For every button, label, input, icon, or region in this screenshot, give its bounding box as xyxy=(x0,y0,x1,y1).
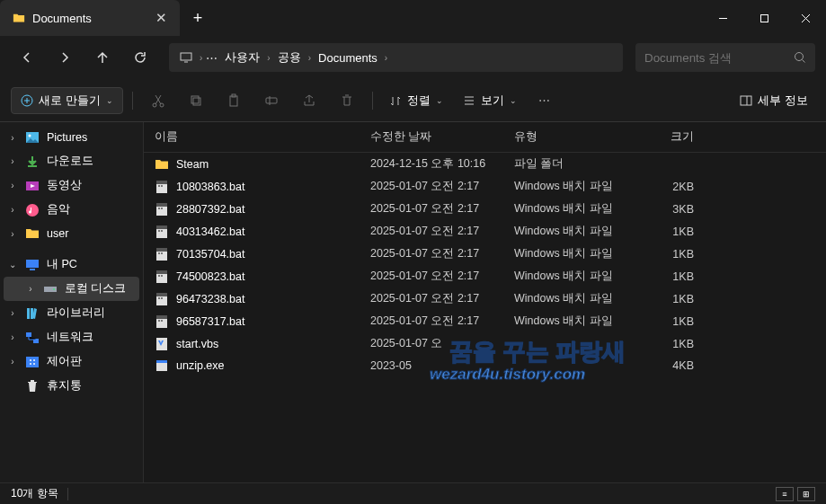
sidebar-item-label: user xyxy=(47,227,68,240)
twisty-icon[interactable]: › xyxy=(7,229,18,239)
twisty-icon[interactable]: › xyxy=(7,181,18,190)
sidebar-item-label: 음악 xyxy=(47,202,70,217)
file-row[interactable]: Steam2024-12-15 오후 10:16파일 폴더 xyxy=(144,153,826,175)
file-type: Windows 배치 파일 xyxy=(514,179,631,194)
cut-button[interactable] xyxy=(142,86,174,115)
file-size: 1KB xyxy=(631,293,694,305)
sidebar-item[interactable]: 휴지통 xyxy=(0,374,143,398)
file-row[interactable]: 96473238.bat2025-01-07 오전 2:17Windows 배치… xyxy=(144,287,826,310)
close-window-button[interactable] xyxy=(785,0,826,36)
svg-point-45 xyxy=(158,275,160,277)
status-bar: 10개 항목 ≡ ⊞ xyxy=(0,482,826,504)
file-size: 4KB xyxy=(631,359,694,372)
back-button[interactable] xyxy=(11,43,43,72)
minimize-button[interactable] xyxy=(702,0,743,36)
breadcrumb-seg-1[interactable]: 공용 xyxy=(274,49,305,66)
file-row[interactable]: 28807392.bat2025-01-07 오전 2:17Windows 배치… xyxy=(144,198,826,220)
svg-rect-22 xyxy=(26,357,39,367)
tab-documents[interactable]: Documents ✕ xyxy=(0,0,180,36)
sidebar-item[interactable]: ›제어판 xyxy=(0,349,143,374)
file-list[interactable]: Steam2024-12-15 오후 10:16파일 폴더10803863.ba… xyxy=(144,153,826,482)
col-type[interactable]: 유형 xyxy=(514,129,631,145)
search-input[interactable] xyxy=(644,51,788,65)
col-size[interactable]: 크기 xyxy=(631,129,694,145)
breadcrumb[interactable]: › ⋯ 사용자 › 공용 › Documents › xyxy=(169,43,623,72)
search-box[interactable] xyxy=(635,43,815,72)
search-icon[interactable] xyxy=(794,51,806,64)
twisty-icon[interactable]: › xyxy=(7,357,18,367)
svg-point-4 xyxy=(153,103,156,107)
file-row[interactable]: 70135704.bat2025-01-07 오전 2:17Windows 배치… xyxy=(144,243,826,265)
file-row[interactable]: 96587317.bat2025-01-07 오전 2:17Windows 배치… xyxy=(144,310,826,332)
col-date[interactable]: 수정한 날짜 xyxy=(370,129,514,145)
sidebar-item[interactable]: ›음악 xyxy=(0,198,143,222)
file-type: Windows 배치 파일 xyxy=(514,269,631,284)
sort-menu[interactable]: 정렬 ⌄ xyxy=(382,93,450,109)
file-row[interactable]: unzip.exe2023-054KB xyxy=(144,355,826,376)
file-name: 70135704.bat xyxy=(176,248,244,261)
file-date: 2025-01-07 오전 2:17 xyxy=(370,269,514,284)
view-details-button[interactable]: ≡ xyxy=(776,487,794,501)
svg-point-50 xyxy=(161,297,163,299)
bat-icon xyxy=(155,292,169,306)
details-button[interactable]: 세부 정보 xyxy=(733,93,815,109)
delete-button[interactable] xyxy=(331,86,363,115)
refresh-button[interactable] xyxy=(124,43,156,72)
svg-point-54 xyxy=(161,320,163,322)
file-row[interactable]: start.vbs2025-01-07 오1KB xyxy=(144,332,826,355)
twisty-icon[interactable]: › xyxy=(7,332,18,342)
video-icon xyxy=(25,179,40,193)
sidebar-item-label: 로컬 디스크 xyxy=(65,281,126,296)
breadcrumb-seg-0[interactable]: 사용자 xyxy=(221,49,263,66)
rename-button[interactable] xyxy=(255,86,288,115)
toolbar: 새로 만들기 ⌄ 정렬 ⌄ 보기 ⌄ ⋯ 세부 정보 xyxy=(0,79,826,122)
new-menu-button[interactable]: 새로 만들기 ⌄ xyxy=(11,87,123,114)
svg-rect-32 xyxy=(156,203,167,207)
file-size: 1KB xyxy=(631,248,694,261)
twisty-icon[interactable]: › xyxy=(25,284,36,294)
new-tab-button[interactable]: + xyxy=(180,9,216,28)
twisty-icon[interactable]: › xyxy=(7,133,18,143)
view-menu[interactable]: 보기 ⌄ xyxy=(456,93,524,109)
svg-point-26 xyxy=(33,363,35,365)
trash-icon xyxy=(25,379,40,393)
view-grid-button[interactable]: ⊞ xyxy=(797,487,815,501)
file-row[interactable]: 74500823.bat2025-01-07 오전 2:17Windows 배치… xyxy=(144,265,826,287)
maximize-button[interactable] xyxy=(743,0,785,36)
twisty-icon[interactable]: › xyxy=(7,308,18,318)
share-button[interactable] xyxy=(293,86,325,115)
paste-button[interactable] xyxy=(218,86,250,115)
twisty-icon[interactable]: › xyxy=(7,205,18,215)
sidebar-item[interactable]: ›다운로드 xyxy=(0,149,143,173)
copy-button[interactable] xyxy=(180,86,212,115)
twisty-icon[interactable]: ⌄ xyxy=(7,260,18,270)
sidebar-item-label: Pictures xyxy=(47,131,87,144)
chevron-down-icon: ⌄ xyxy=(510,96,517,105)
twisty-icon[interactable]: › xyxy=(7,156,18,166)
file-type: Windows 배치 파일 xyxy=(514,314,631,329)
list-icon xyxy=(463,94,475,107)
breadcrumb-seg-2[interactable]: Documents xyxy=(315,51,381,65)
more-button[interactable]: ⋯ xyxy=(529,86,562,115)
pc-icon[interactable] xyxy=(176,51,196,64)
chevron-right-icon: › xyxy=(308,53,311,63)
close-tab-icon[interactable]: ✕ xyxy=(155,10,167,26)
file-date: 2024-12-15 오후 10:16 xyxy=(370,156,514,172)
sidebar-item[interactable]: ›Pictures xyxy=(0,126,143,149)
sidebar-item[interactable]: ›네트워크 xyxy=(0,325,143,349)
breadcrumb-overflow[interactable]: ⋯ xyxy=(206,51,218,65)
file-date: 2025-01-07 오전 2:17 xyxy=(370,201,514,217)
svg-rect-52 xyxy=(156,315,167,319)
file-row[interactable]: 10803863.bat2025-01-07 오전 2:17Windows 배치… xyxy=(144,175,826,198)
sidebar-item[interactable]: ›동영상 xyxy=(0,173,143,198)
up-button[interactable] xyxy=(86,43,119,72)
sidebar-item[interactable]: ⌄내 PC xyxy=(0,252,143,277)
download-icon xyxy=(25,155,40,169)
sidebar-item[interactable]: ›로컬 디스크 xyxy=(4,277,139,301)
sidebar-item[interactable]: ›라이브러리 xyxy=(0,301,143,325)
col-name[interactable]: 이름 xyxy=(155,129,370,145)
file-row[interactable]: 40313462.bat2025-01-07 오전 2:17Windows 배치… xyxy=(144,220,826,243)
forward-button[interactable] xyxy=(49,43,81,72)
svg-point-19 xyxy=(53,288,55,290)
sidebar-item[interactable]: ›user xyxy=(0,222,143,245)
